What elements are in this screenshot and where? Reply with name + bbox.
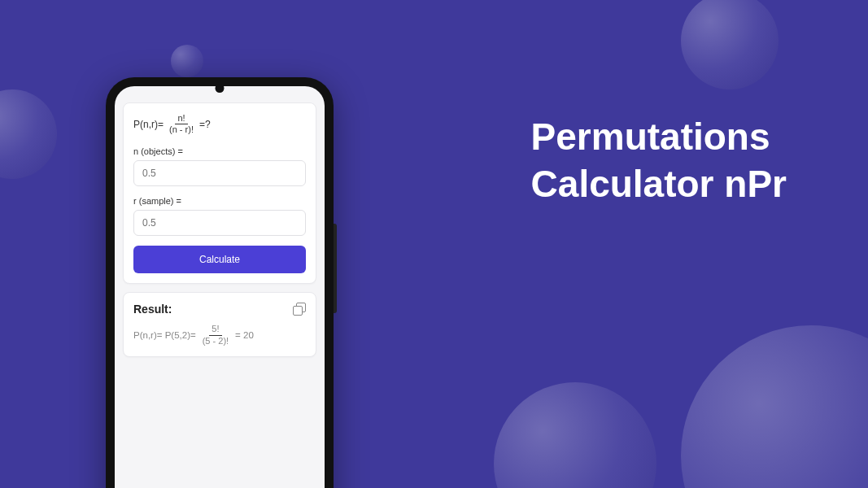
n-input[interactable] (133, 160, 306, 186)
sphere-decoration (681, 0, 779, 89)
copy-icon[interactable] (293, 303, 306, 316)
sphere-decoration (171, 45, 203, 77)
title-line-2: Calculator nPr (531, 161, 787, 208)
sphere-decoration (0, 89, 57, 179)
phone-screen: P(n,r)= n! (n - r)! =? n (objects) = r (… (115, 86, 325, 488)
formula-numerator: n! (175, 113, 187, 124)
formula-prefix: P(n,r)= (133, 119, 164, 130)
formula-denominator: (n - r)! (167, 124, 196, 135)
result-numerator: 5! (209, 324, 221, 335)
result-card: Result: P(n,r)= P(5,2)= 5! (5 - 2)! = 20 (123, 292, 316, 356)
input-card: P(n,r)= n! (n - r)! =? n (objects) = r (… (123, 102, 316, 284)
r-label: r (sample) = (133, 196, 306, 206)
formula-suffix: =? (199, 119, 211, 130)
phone-frame: P(n,r)= n! (n - r)! =? n (objects) = r (… (106, 77, 334, 488)
result-formula: P(n,r)= P(5,2)= 5! (5 - 2)! = 20 (133, 324, 306, 346)
result-denominator: (5 - 2)! (200, 336, 231, 346)
r-input[interactable] (133, 210, 306, 236)
result-title: Result: (133, 303, 172, 316)
result-prefix: P(n,r)= P(5,2)= (133, 330, 196, 340)
result-fraction: 5! (5 - 2)! (200, 324, 231, 346)
formula-fraction: n! (n - r)! (167, 113, 196, 135)
formula-display: P(n,r)= n! (n - r)! =? (133, 113, 306, 135)
camera-dot (216, 84, 225, 93)
title-line-1: Permutations (531, 114, 787, 161)
page-title: Permutations Calculator nPr (531, 114, 787, 207)
result-suffix: = 20 (235, 330, 254, 340)
sphere-decoration (494, 382, 656, 488)
sphere-decoration (681, 325, 868, 488)
calculate-button[interactable]: Calculate (133, 246, 306, 273)
n-label: n (objects) = (133, 146, 306, 156)
